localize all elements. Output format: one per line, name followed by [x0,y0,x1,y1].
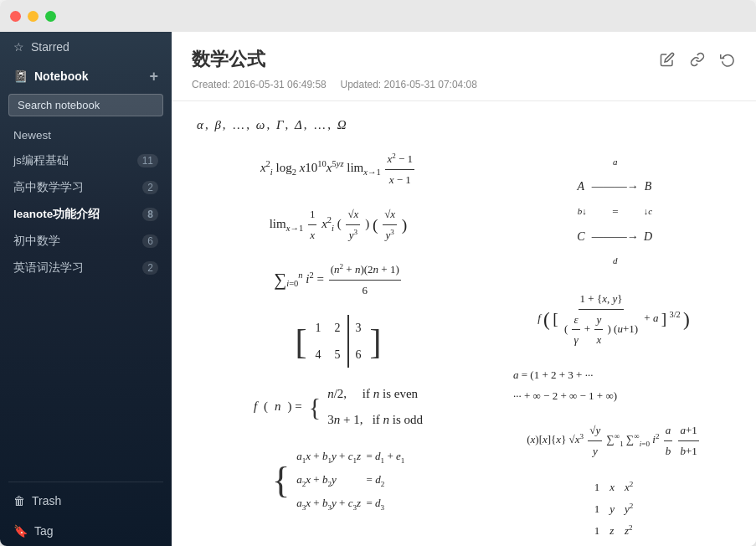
math-piecewise: f(n) = { n/2, if n is even 3n + 1, if n … [197,383,480,431]
link-icon[interactable] [689,51,706,68]
math-series: a = (1 + 2 + 3 + ··· ··· + ∞ − 2 + ∞ − 1… [496,365,731,406]
notebook-entry-label: js编程基础 [13,153,69,168]
content-toolbar [659,51,736,68]
notebook-entry-label: 高中数学学习 [13,180,84,195]
sidebar-item-starred[interactable]: ☆ Starred [0,32,172,62]
history-icon[interactable] [719,51,736,68]
math-formula-2: limx→1 1 x x2i ( √x y3 [197,204,480,245]
math-content: x2i log2 x1010x5yz limx→1 x2 − 1 x − 1 [197,149,731,546]
maximize-button[interactable] [45,11,56,22]
starred-label: Starred [31,40,69,54]
content-title-row: 数学公式 [192,47,736,72]
notebook-entry-label: leanote功能介绍 [13,207,100,222]
created-meta: Created: 2016-05-31 06:49:58 [192,79,327,90]
notebook-entry-english[interactable]: 英语词法学习 2 [0,255,172,281]
math-left: x2i log2 x1010x5yz limx→1 x2 − 1 x − 1 [197,149,480,546]
titlebar [0,0,756,32]
edit-icon[interactable] [659,51,676,68]
sidebar-item-trash[interactable]: 🗑 Trash [0,486,172,516]
math-formula-3: ∑i=0n i2 = (n2 + n)(2n + 1) 6 [197,260,480,300]
notebook-list: Newest js编程基础 11 高中数学学习 2 leanote功能介绍 8 … [0,123,172,478]
notebook-entry-newest[interactable]: Newest [0,123,172,147]
notebook-icon: 📓 [13,70,28,83]
tag-icon: 🔖 [13,524,28,538]
sidebar: ☆ Starred 📓 Notebook + Search notebook N… [0,32,172,546]
notebook-label: Notebook [34,70,89,83]
updated-meta: Updated: 2016-05-31 07:04:08 [340,79,476,90]
notebook-count: 2 [142,261,158,275]
math-f-expr: f ( [ 1 + {x, y} ( ε γ [496,289,731,349]
notebook-entry-leanote[interactable]: leanote功能介绍 8 [0,201,172,228]
add-notebook-button[interactable]: + [149,69,158,84]
titlebar-buttons [10,11,56,22]
math-intro: α, β, …, ω, Γ, Δ, …, Ω [197,118,731,132]
notebook-entry-label: 英语词法学习 [13,260,84,276]
notebook-count: 8 [142,208,158,221]
minimize-button[interactable] [28,11,39,22]
notebook-entry-math-mid[interactable]: 初中数学 6 [0,228,172,255]
trash-icon: 🗑 [13,494,25,507]
sidebar-divider [8,482,163,482]
star-icon: ☆ [13,40,24,54]
notebook-entry-js[interactable]: js编程基础 11 [0,147,172,174]
notebook-entry-label: Newest [13,129,51,142]
trash-label: Trash [32,494,61,507]
close-button[interactable] [10,11,21,22]
notebook-count: 6 [142,234,158,248]
content-header: 数学公式 Created: 2016-05-31 06 [172,32,756,101]
math-diagram: a A ———→ B b↓ [496,149,731,274]
main-layout: ☆ Starred 📓 Notebook + Search notebook N… [0,32,756,546]
math-formula-1: x2i log2 x1010x5yz limx→1 x2 − 1 x − 1 [197,149,480,189]
page-title: 数学公式 [192,47,265,72]
search-notebook-input[interactable]: Search notebook [8,94,163,116]
math-matrix: [ 12 3 45 6 [197,315,480,367]
content-area: 数学公式 Created: 2016-05-31 06 [172,32,756,546]
math-small-table: 1xx2 1yy2 1zz2 [496,476,731,546]
math-system: { a1x + b1y + c1z = d1 + e1 a2x + b2y = … [197,446,480,514]
content-meta: Created: 2016-05-31 06:49:58 Updated: 20… [192,79,736,90]
tag-label: Tag [34,524,54,538]
content-body: α, β, …, ω, Γ, Δ, …, Ω x2i log2 x1010x5y… [172,101,756,546]
math-complex-expr: (x)[x]{x} √x3 √y y ∑∞1 ∑∞i=0 i2 a [496,420,731,461]
notebook-entry-math-high[interactable]: 高中数学学习 2 [0,174,172,201]
math-right: a A ———→ B b↓ [496,149,731,546]
notebook-header: 📓 Notebook + [0,62,172,90]
notebook-count: 2 [142,181,158,194]
notebook-entry-label: 初中数学 [13,234,60,249]
notebook-count: 11 [137,154,158,167]
sidebar-item-tag[interactable]: 🔖 Tag [0,516,172,546]
